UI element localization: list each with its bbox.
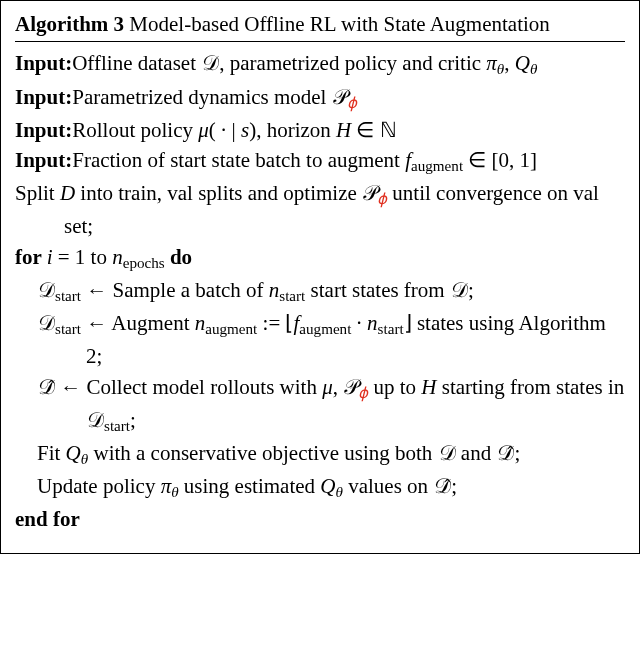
text: Fraction of start state batch to augment	[72, 148, 405, 172]
text: using estimated	[179, 474, 321, 498]
text: ·	[351, 311, 367, 335]
subscript-phi: ϕ	[377, 192, 387, 208]
text: ;	[130, 408, 136, 432]
symbol-pi: π	[486, 51, 497, 75]
symbol-P: 𝒫	[343, 375, 358, 399]
symbol-H: H	[421, 375, 436, 399]
subscript-phi: ϕ	[358, 385, 368, 401]
subscript-augment: augment	[299, 321, 351, 337]
algorithm-title: Model-based Offline RL with State Augmen…	[129, 12, 550, 36]
step-rollout: 𝒟̂ ← Collect model rollouts with μ, 𝒫ϕ u…	[37, 372, 625, 438]
for-line: for i = 1 to nepochs do	[15, 242, 625, 275]
input-line-3: Input:Rollout policy μ( · | s), horizon …	[15, 115, 625, 145]
symbol-Dhat: 𝒟̂	[37, 375, 55, 399]
algorithm-title-line: Algorithm 3 Model-based Offline RL with …	[15, 9, 625, 39]
algorithm-block: Algorithm 3 Model-based Offline RL with …	[0, 0, 640, 554]
text: ;	[514, 441, 520, 465]
subscript-theta: θ	[530, 62, 537, 78]
subscript-theta: θ	[336, 484, 343, 500]
algorithm-body: Input:Offline dataset 𝒟, parametrized po…	[15, 46, 625, 534]
text: ,	[504, 51, 515, 75]
subscript-augment: augment	[411, 158, 463, 174]
text: ∈	[351, 118, 380, 142]
symbol-Q: Q	[320, 474, 335, 498]
input-line-1: Input:Offline dataset 𝒟, parametrized po…	[15, 48, 625, 81]
text: Rollout policy	[72, 118, 198, 142]
for-body: 𝒟start ← Sample a batch of nstart start …	[15, 275, 625, 504]
text: ;	[451, 474, 457, 498]
symbol-D: 𝒟	[37, 278, 55, 302]
text: Fit	[37, 441, 66, 465]
text: ∈ [0, 1]	[463, 148, 537, 172]
text: and	[456, 441, 497, 465]
text: Split	[15, 181, 60, 205]
symbol-mu: μ	[322, 375, 333, 399]
symbol-D: 𝒟	[438, 441, 456, 465]
subscript-start: start	[55, 288, 81, 304]
symbol-Dhat: 𝒟̂	[433, 474, 451, 498]
text: up to	[368, 375, 421, 399]
text: values on	[343, 474, 433, 498]
symbol-P: 𝒫	[362, 181, 377, 205]
input-keyword: Input:	[15, 85, 72, 109]
symbol-n: n	[269, 278, 280, 302]
symbol-D: 𝒟	[201, 51, 219, 75]
text: Update policy	[37, 474, 161, 498]
symbol-P: 𝒫	[332, 85, 347, 109]
subscript-phi: ϕ	[347, 95, 357, 111]
subscript-epochs: epochs	[123, 255, 165, 271]
symbol-Q: Q	[515, 51, 530, 75]
step-augment: 𝒟start ← Augment naugment := ⌊faugment ·…	[37, 308, 625, 372]
symbol-mu: μ	[198, 118, 209, 142]
text: with a conservative objective using both	[88, 441, 437, 465]
text: ← Sample a batch of	[81, 278, 269, 302]
symbol-pi: π	[161, 474, 172, 498]
subscript-start: start	[104, 418, 130, 434]
text: into train, val splits and optimize	[75, 181, 362, 205]
text: ), horizon	[249, 118, 336, 142]
symbol-D: 𝒟	[86, 408, 104, 432]
symbol-D: 𝒟	[37, 311, 55, 335]
input-line-4: Input:Fraction of start state batch to a…	[15, 145, 625, 178]
algorithm-label: Algorithm 3	[15, 12, 124, 36]
step-update-policy: Update policy πθ using estimated Qθ valu…	[37, 471, 625, 504]
input-keyword: Input:	[15, 118, 72, 142]
text: ← Augment	[81, 311, 195, 335]
symbol-N: ℕ	[380, 118, 397, 142]
symbol-D: 𝒟	[450, 278, 468, 302]
step-fit-q: Fit Qθ with a conservative objective usi…	[37, 438, 625, 471]
text: ← Collect model rollouts with	[55, 375, 322, 399]
subscript-augment: augment	[205, 321, 257, 337]
subscript-start: start	[378, 321, 404, 337]
do-keyword: do	[165, 245, 192, 269]
text: = 1 to	[53, 245, 113, 269]
algorithm-header: Algorithm 3 Model-based Offline RL with …	[15, 9, 625, 42]
text: start states from	[305, 278, 450, 302]
text: Offline dataset	[72, 51, 201, 75]
symbol-D: D	[60, 181, 75, 205]
input-keyword: Input:	[15, 51, 72, 75]
text: ( · |	[209, 118, 241, 142]
symbol-Q: Q	[66, 441, 81, 465]
endfor-keyword: end for	[15, 507, 80, 531]
text: Parametrized dynamics model	[72, 85, 332, 109]
text: starting from states in	[436, 375, 624, 399]
symbol-s: s	[241, 118, 249, 142]
symbol-H: H	[336, 118, 351, 142]
text: := ⌊	[257, 311, 293, 335]
input-keyword: Input:	[15, 148, 72, 172]
subscript-start: start	[55, 321, 81, 337]
step-split: Split D into train, val splits and optim…	[15, 178, 625, 242]
subscript-start: start	[279, 288, 305, 304]
text: ;	[468, 278, 474, 302]
endfor-line: end for	[15, 504, 625, 534]
symbol-n: n	[367, 311, 378, 335]
input-line-2: Input:Parametrized dynamics model 𝒫ϕ	[15, 82, 625, 115]
symbol-n: n	[195, 311, 206, 335]
text: ,	[333, 375, 344, 399]
step-sample: 𝒟start ← Sample a batch of nstart start …	[37, 275, 625, 308]
symbol-n: n	[112, 245, 123, 269]
text: , parametrized policy and critic	[219, 51, 486, 75]
symbol-Dhat: 𝒟̂	[496, 441, 514, 465]
subscript-theta: θ	[171, 484, 178, 500]
